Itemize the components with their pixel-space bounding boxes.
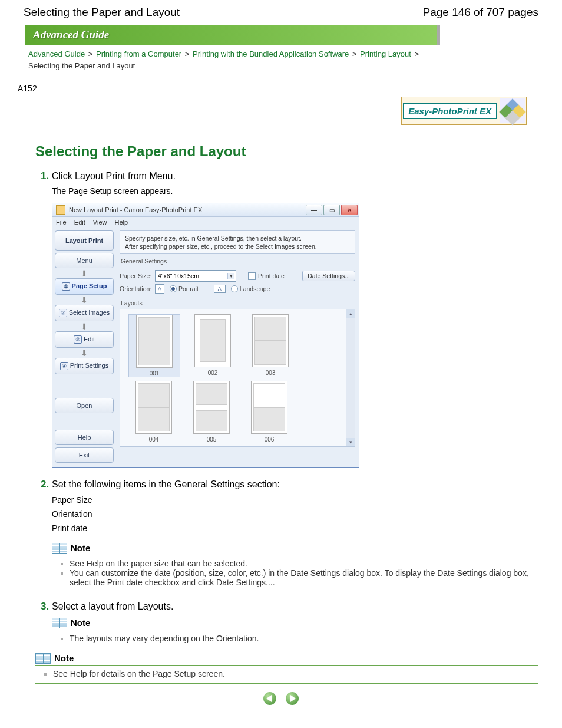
step-1-sub: The Page Setup screen appears. — [52, 186, 538, 196]
layout-thumb[interactable]: 003 — [245, 314, 296, 377]
date-settings-button[interactable]: Date Settings... — [302, 271, 355, 281]
layouts-panel: 001 002 003 — [120, 309, 355, 447]
breadcrumb-sep: > — [185, 50, 190, 58]
arrow-down-icon: ⬇ — [55, 297, 114, 303]
note-block: Note See Help for details on the Page Se… — [35, 652, 538, 684]
note-title: Note — [54, 653, 74, 663]
landscape-radio[interactable] — [231, 285, 238, 292]
breadcrumb-link-advanced-guide[interactable]: Advanced Guide — [28, 50, 85, 58]
product-logo-box: Easy-PhotoPrint EX — [401, 97, 527, 125]
sidebar-layout-print[interactable]: Layout Print — [55, 230, 114, 251]
arrow-down-icon: ⬇ — [55, 271, 114, 276]
minimize-button[interactable]: — — [306, 205, 322, 215]
paper-size-label: Paper Size: — [120, 272, 155, 279]
menu-view[interactable]: View — [93, 219, 107, 226]
print-date-label: Print date — [258, 272, 285, 279]
app-window: New Layout Print - Canon Easy-PhotoPrint… — [52, 203, 359, 468]
chevron-down-icon: ▾ — [227, 273, 234, 279]
instruction-box: Specify paper size, etc. in General Sett… — [120, 230, 355, 254]
close-button[interactable]: ✕ — [341, 205, 358, 215]
print-date-checkbox[interactable] — [248, 272, 256, 280]
sidebar-exit-button[interactable]: Exit — [55, 447, 114, 463]
note-item: See Help for details on the Page Setup s… — [53, 669, 538, 678]
breadcrumb-sep: > — [88, 50, 93, 58]
reference-code: A152 — [18, 84, 550, 93]
menu-help[interactable]: Help — [115, 219, 128, 226]
breadcrumb: Advanced Guide > Printing from a Compute… — [28, 48, 550, 71]
sidebar-help-button[interactable]: Help — [55, 430, 114, 445]
note-icon — [35, 653, 51, 664]
layout-thumb[interactable]: 002 — [187, 314, 238, 377]
layout-thumb[interactable]: 001 — [128, 314, 180, 377]
menu-edit[interactable]: Edit — [74, 219, 85, 226]
breadcrumb-sep: > — [414, 50, 419, 58]
heading-main: Selecting the Paper and Layout — [35, 143, 550, 160]
step-2-text: Set the following items in the General S… — [52, 479, 280, 489]
page-indicator: Page 146 of 707 pages — [422, 6, 538, 19]
arrow-down-icon: ⬇ — [55, 350, 114, 356]
portrait-radio[interactable] — [170, 285, 177, 292]
menu-file[interactable]: File — [56, 219, 67, 226]
app-icon — [56, 205, 65, 215]
layout-thumb[interactable]: 005 — [186, 381, 237, 443]
paper-size-select[interactable]: 4"x6" 10x15cm ▾ — [155, 270, 236, 282]
step-1-text: Click Layout Print from Menu. — [52, 171, 176, 181]
scrollbar[interactable]: ▴ ▾ — [346, 309, 355, 446]
window-title: New Layout Print - Canon Easy-PhotoPrint… — [69, 206, 305, 213]
breadcrumb-current: Selecting the Paper and Layout — [28, 61, 135, 70]
sidebar-menu-button[interactable]: Menu — [55, 253, 114, 268]
note-item: The layouts may vary depending on the Or… — [70, 634, 538, 643]
step-3-text: Select a layout from Layouts. — [52, 601, 173, 611]
maximize-button[interactable]: ▭ — [323, 205, 340, 215]
note-icon — [52, 618, 67, 628]
note-item: You can customize the date (position, si… — [70, 568, 538, 587]
sidebar-open-button[interactable]: Open — [55, 398, 114, 413]
breadcrumb-link-printing-layout[interactable]: Printing Layout — [360, 50, 411, 58]
step-2-item: Orientation — [52, 508, 538, 522]
sidebar-step-print-settings[interactable]: ④Print Settings — [55, 358, 114, 374]
next-page-button[interactable] — [286, 692, 299, 705]
app-sidebar: Layout Print Menu ⬇ ①Page Setup ⬇ ②Selec… — [52, 228, 116, 467]
note-block: Note The layouts may vary depending on t… — [52, 617, 538, 648]
portrait-icon: A — [155, 284, 164, 294]
note-icon — [52, 543, 67, 554]
prev-page-button[interactable] — [263, 692, 276, 705]
note-title: Note — [71, 543, 90, 553]
note-title: Note — [71, 618, 90, 628]
breadcrumb-link-bundled-software[interactable]: Printing with the Bundled Application So… — [193, 50, 349, 58]
page-title: Selecting the Paper and Layout — [24, 6, 180, 19]
titlebar: New Layout Print - Canon Easy-PhotoPrint… — [52, 203, 359, 217]
step-2-item: Paper Size — [52, 493, 538, 508]
layouts-heading: Layouts — [121, 299, 355, 307]
note-item: See Help on the paper size that can be s… — [70, 559, 538, 568]
product-logo-icon — [500, 98, 525, 123]
menubar: File Edit View Help — [52, 217, 359, 228]
arrow-down-icon: ⬇ — [55, 324, 114, 330]
sidebar-step-select-images[interactable]: ②Select Images — [55, 305, 114, 321]
note-block: Note See Help on the paper size that can… — [52, 542, 538, 592]
product-logo-text: Easy-PhotoPrint EX — [403, 103, 497, 119]
scroll-down-icon[interactable]: ▾ — [346, 438, 355, 446]
step-2-item: Print date — [52, 522, 538, 536]
step-2: Set the following items in the General S… — [52, 479, 538, 592]
sidebar-step-edit[interactable]: ③Edit — [55, 331, 114, 348]
layout-thumb[interactable]: 004 — [128, 381, 179, 443]
advanced-guide-banner: Advanced Guide — [25, 25, 440, 45]
scroll-up-icon[interactable]: ▴ — [346, 309, 355, 318]
layout-thumb[interactable]: 006 — [244, 381, 295, 443]
orientation-label: Orientation: — [120, 285, 155, 292]
landscape-radio-label: Landscape — [240, 285, 270, 292]
landscape-icon: A — [214, 285, 226, 293]
step-1: Click Layout Print from Menu. The Page S… — [52, 170, 538, 468]
breadcrumb-link-printing-computer[interactable]: Printing from a Computer — [96, 50, 181, 58]
breadcrumb-sep: > — [352, 50, 357, 58]
general-settings-heading: General Settings — [121, 258, 355, 265]
sidebar-step-page-setup[interactable]: ①Page Setup — [55, 278, 114, 295]
step-3: Select a layout from Layouts. Note The l… — [52, 601, 538, 684]
portrait-radio-label: Portrait — [178, 285, 199, 292]
